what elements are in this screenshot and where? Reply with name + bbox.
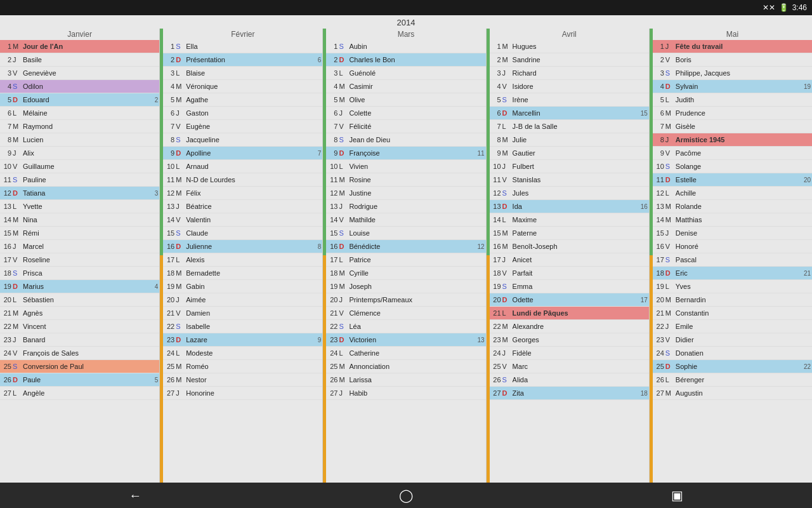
day-row[interactable]: 17VRoseline — [0, 253, 159, 267]
day-row[interactable]: 5LJudith — [653, 93, 812, 107]
day-row[interactable]: 12DTatiana3 — [0, 187, 159, 200]
day-row[interactable]: 27LAngèle — [0, 387, 159, 400]
day-row[interactable]: 4MVéronique — [163, 80, 322, 93]
day-row[interactable]: 20DOdette17 — [490, 293, 649, 307]
day-row[interactable]: 12MJustine — [326, 187, 485, 200]
day-row[interactable]: 10LVivien — [326, 160, 485, 173]
day-row[interactable]: 22SIsabelle — [163, 320, 322, 333]
day-row[interactable]: 21MAgnès — [0, 307, 159, 320]
day-row[interactable]: 3SPhilippe, Jacques — [653, 67, 812, 80]
day-row[interactable]: 10SSolange — [653, 160, 812, 173]
day-row[interactable]: 18MCyrille — [326, 267, 485, 280]
day-row[interactable]: 15JDenise — [653, 227, 812, 240]
day-row[interactable]: 13MRolande — [653, 200, 812, 213]
day-row[interactable]: 17LPatrice — [326, 253, 485, 267]
day-row[interactable]: 27JHabib — [326, 387, 485, 400]
day-row[interactable]: 27MAugustin — [653, 387, 812, 400]
day-row[interactable]: 11DEstelle20 — [653, 173, 812, 187]
day-row[interactable]: 14MMatthias — [653, 213, 812, 227]
day-row[interactable]: 27JHonorine — [163, 387, 322, 400]
day-row[interactable]: 16MBenoît-Joseph — [490, 240, 649, 253]
day-row[interactable]: 3LBlaise — [163, 67, 322, 80]
day-row[interactable]: 10VGuillaume — [0, 160, 159, 173]
day-row[interactable]: 24VFrançois de Sales — [0, 347, 159, 360]
day-row[interactable]: 12SJules — [490, 187, 649, 200]
day-row[interactable]: 8JArmistice 1945 — [653, 133, 812, 147]
day-row[interactable]: 19LYves — [653, 280, 812, 293]
day-row[interactable]: 7VEugène — [163, 120, 322, 133]
day-row[interactable]: 26DPaule5 — [0, 373, 159, 387]
day-row[interactable]: 17LAlexis — [163, 253, 322, 267]
day-row[interactable]: 20JAimée — [163, 293, 322, 307]
day-row[interactable]: 4VIsidore — [490, 80, 649, 93]
day-row[interactable]: 5MOlive — [326, 93, 485, 107]
day-row[interactable]: 25VMarc — [490, 360, 649, 373]
day-row[interactable]: 1JFête du travail — [653, 40, 812, 53]
day-row[interactable]: 2VBoris — [653, 53, 812, 67]
day-row[interactable]: 8MLucien — [0, 133, 159, 147]
day-row[interactable]: 19DMarius4 — [0, 280, 159, 293]
day-row[interactable]: 2MSandrine — [490, 53, 649, 67]
day-row[interactable]: 23MGeorges — [490, 333, 649, 347]
day-row[interactable]: 21VClémence — [326, 307, 485, 320]
day-row[interactable]: 10LArnaud — [163, 160, 322, 173]
day-row[interactable]: 15MRémi — [0, 227, 159, 240]
day-row[interactable]: 6JGaston — [163, 107, 322, 120]
day-row[interactable]: 19MGabin — [163, 280, 322, 293]
day-row[interactable]: 4DSylvain19 — [653, 80, 812, 93]
day-row[interactable]: 17SPascal — [653, 253, 812, 267]
day-row[interactable]: 26SAlida — [490, 373, 649, 387]
day-row[interactable]: 7VFélicité — [326, 120, 485, 133]
day-row[interactable]: 23DVictorien13 — [326, 333, 485, 347]
day-row[interactable]: 13JBéatrice — [163, 200, 322, 213]
day-row[interactable]: 22MVincent — [0, 320, 159, 333]
day-row[interactable]: 24SDonatien — [653, 347, 812, 360]
day-row[interactable]: 10JFulbert — [490, 160, 649, 173]
day-row[interactable]: 20LSébastien — [0, 293, 159, 307]
day-row[interactable]: 7LJ-B de la Salle — [490, 120, 649, 133]
day-row[interactable]: 23VDidier — [653, 333, 812, 347]
day-row[interactable]: 8SJacqueline — [163, 133, 322, 147]
day-row[interactable]: 17JAnicet — [490, 253, 649, 267]
day-row[interactable]: 7MGisèle — [653, 120, 812, 133]
day-row[interactable]: 2DPrésentation6 — [163, 53, 322, 67]
day-row[interactable]: 24LCatherine — [326, 347, 485, 360]
day-row[interactable]: 25SConversion de Paul — [0, 360, 159, 373]
day-row[interactable]: 1SAubin — [326, 40, 485, 53]
day-row[interactable]: 25MRoméo — [163, 360, 322, 373]
day-row[interactable]: 9JAlix — [0, 147, 159, 160]
day-row[interactable]: 26MLarissa — [326, 373, 485, 387]
day-row[interactable]: 3JRichard — [490, 67, 649, 80]
day-row[interactable]: 15SClaude — [163, 227, 322, 240]
day-row[interactable]: 11MRosine — [326, 173, 485, 187]
day-row[interactable]: 14VMathilde — [326, 213, 485, 227]
day-row[interactable]: 2DCharles le Bon — [326, 53, 485, 67]
day-row[interactable]: 22SLéa — [326, 320, 485, 333]
day-row[interactable]: 1SElla — [163, 40, 322, 53]
day-row[interactable]: 1MJour de l'An — [0, 40, 159, 53]
day-row[interactable]: 16DJulienne8 — [163, 240, 322, 253]
day-row[interactable]: 2JBasile — [0, 53, 159, 67]
day-row[interactable]: 6LMélaine — [0, 107, 159, 120]
day-row[interactable]: 18MBernadette — [163, 267, 322, 280]
day-row[interactable]: 14VValentin — [163, 213, 322, 227]
day-row[interactable]: 5DEdouard2 — [0, 93, 159, 107]
day-row[interactable]: 9VPacôme — [653, 147, 812, 160]
day-row[interactable]: 21MConstantin — [653, 307, 812, 320]
home-button[interactable]: ◯ — [386, 484, 426, 507]
day-row[interactable]: 3VGeneviève — [0, 67, 159, 80]
day-row[interactable]: 9DApolline7 — [163, 147, 322, 160]
day-row[interactable]: 4SOdilon — [0, 80, 159, 93]
day-row[interactable]: 6JColette — [326, 107, 485, 120]
day-row[interactable]: 16VHonoré — [653, 240, 812, 253]
day-row[interactable]: 6MPrudence — [653, 107, 812, 120]
day-row[interactable]: 23JBanard — [0, 333, 159, 347]
day-row[interactable]: 11MN-D de Lourdes — [163, 173, 322, 187]
day-row[interactable]: 13DIda16 — [490, 200, 649, 213]
day-row[interactable]: 12LAchille — [653, 187, 812, 200]
day-row[interactable]: 24JFidèle — [490, 347, 649, 360]
day-row[interactable]: 1MHugues — [490, 40, 649, 53]
day-row[interactable]: 8SJean de Dieu — [326, 133, 485, 147]
day-row[interactable]: 9DFrançoise11 — [326, 147, 485, 160]
day-row[interactable]: 22JEmile — [653, 320, 812, 333]
